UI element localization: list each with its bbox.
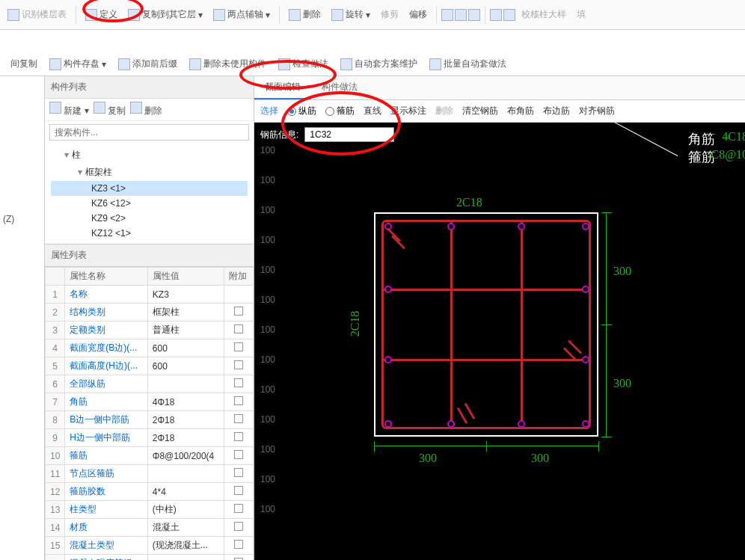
tool-icon-2[interactable] <box>468 9 480 21</box>
define-icon <box>85 9 97 21</box>
property-table: 属性名称 属性值 附加 1名称KZ32结构类别框架柱3定额类别普通柱4截面宽度(… <box>45 267 254 560</box>
tb-prefix[interactable]: 添加前后缀 <box>114 56 182 72</box>
section-canvas[interactable]: 钢筋信息: 100100100 100100100 100100100 1001… <box>254 123 745 560</box>
delete-button[interactable]: 删除 <box>130 102 162 117</box>
save-icon <box>49 58 61 70</box>
ribbon-define[interactable]: 定义 <box>81 7 122 22</box>
prop-row[interactable]: 13柱类型(中柱) <box>46 501 254 519</box>
search-input[interactable] <box>49 124 249 141</box>
tb-del-unused[interactable]: 删除未使用构件 <box>185 56 271 72</box>
prop-row[interactable]: 5截面高度(H边)(...600 <box>46 357 254 375</box>
auto-icon <box>340 58 352 70</box>
ribbon-copy-layer[interactable]: 复制到其它层▾ <box>123 7 207 22</box>
tool-corner-rebar[interactable]: 布角筋 <box>507 105 534 117</box>
radio-stirrup[interactable]: 箍筋 <box>325 105 355 117</box>
tool-delete[interactable]: 删除 <box>435 105 453 117</box>
tool-clear-rebar[interactable]: 清空钢筋 <box>462 105 498 117</box>
tab-section-edit[interactable]: 截面编辑 <box>254 76 311 99</box>
copy-icon <box>93 102 105 114</box>
component-pane: 构件列表 新建 ▾ 复制 删除 ▾柱 ▾框架柱 KZ3 <1> KZ6 <12>… <box>45 76 254 560</box>
prop-row[interactable]: 1名称KZ3 <box>46 286 254 304</box>
tab-component-method[interactable]: 构件做法 <box>311 76 368 99</box>
ribbon-rotate[interactable]: 旋转▾ <box>327 7 375 22</box>
component-tree: ▾柱 ▾框架柱 KZ3 <1> KZ6 <12> KZ9 <2> KZ12 <1… <box>45 144 254 244</box>
ribbon-delete[interactable]: 删除 <box>284 7 325 22</box>
prop-row[interactable]: 2结构类别框架柱 <box>46 304 254 321</box>
right-tabs: 截面编辑 构件做法 <box>254 76 745 100</box>
ruler-y: 100100100 100100100 100100100 100100100 … <box>260 145 275 534</box>
tool-icon[interactable] <box>455 9 467 21</box>
check-icon <box>278 58 290 70</box>
mid-toolbar: 间复制 构件存盘▾ 添加前后缀 删除未使用构件 检查做法 自动套方案维护 批量自… <box>0 52 745 76</box>
tool-icon-4[interactable] <box>503 9 515 21</box>
tool-select[interactable]: 选择 <box>260 105 278 117</box>
delete-icon <box>289 9 301 21</box>
tool-align-rebar[interactable]: 对齐钢筋 <box>579 105 615 117</box>
prop-row[interactable]: 4截面宽度(B边)(...600 <box>46 339 254 357</box>
tb-save[interactable]: 构件存盘▾ <box>45 56 111 72</box>
rebar-mid[interactable] <box>518 223 525 230</box>
prop-row[interactable]: 16混凝土强度等级(C30) <box>46 555 254 561</box>
delete-icon <box>130 102 142 114</box>
new-button[interactable]: 新建 ▾ <box>49 102 89 117</box>
dim-left: 2C18 <box>349 311 362 337</box>
stirrup-outer <box>381 220 591 429</box>
prop-row[interactable]: 7角筋4Φ18 <box>46 393 254 411</box>
property-list-header: 属性列表 <box>45 244 254 267</box>
prop-row[interactable]: 10箍筋Φ8@100/200(4 <box>46 447 254 465</box>
rebar-mid[interactable] <box>447 223 455 230</box>
prop-row[interactable]: 12箍筋胶数4*4 <box>46 483 254 501</box>
prop-row[interactable]: 6全部纵筋 <box>46 375 254 393</box>
prop-row[interactable]: 14材质混凝土 <box>46 519 254 537</box>
trash-icon <box>189 58 201 70</box>
section-editor-pane: 截面编辑 构件做法 选择 纵筋 箍筋 直线 显示标注 删除 清空钢筋 布角筋 布… <box>254 76 745 560</box>
tree-kz6[interactable]: KZ6 <12> <box>51 196 248 211</box>
tree-kz9[interactable]: KZ9 <2> <box>51 211 248 226</box>
rename-icon <box>118 58 130 70</box>
ribbon-check-col[interactable]: 校核柱大样 <box>517 7 571 22</box>
rebar-corner[interactable] <box>384 420 392 428</box>
rebar-mid[interactable] <box>582 286 589 293</box>
leader-line <box>585 123 678 156</box>
rebar-mid[interactable] <box>518 420 525 428</box>
nav-z-label[interactable]: (Z) <box>3 214 41 224</box>
ann-4c18: 4C18 <box>722 130 745 144</box>
ann-corner: 角筋 <box>688 130 715 148</box>
ribbon-aux-axis[interactable]: 两点辅轴▾ <box>209 7 275 22</box>
radio-longitudinal[interactable]: 纵筋 <box>287 105 316 117</box>
tool-show-label[interactable]: 显示标注 <box>390 105 426 117</box>
rebar-corner[interactable] <box>582 223 589 230</box>
prop-row[interactable]: 11节点区箍筋 <box>46 465 254 483</box>
ribbon-layer[interactable]: 识别楼层表 <box>3 7 71 22</box>
rebar-mid[interactable] <box>447 420 455 428</box>
rebar-info-input[interactable] <box>304 127 394 142</box>
tree-sub[interactable]: ▾框架柱 <box>51 164 248 181</box>
batch-icon <box>429 58 441 70</box>
component-list-header: 构件列表 <box>45 76 254 99</box>
rebar-corner[interactable] <box>582 420 589 428</box>
tb-batch-auto[interactable]: 批量自动套做法 <box>425 56 511 72</box>
prop-row[interactable]: 9H边一侧中部筋2Φ18 <box>46 429 254 447</box>
ribbon-trim[interactable]: 修剪 <box>376 7 403 22</box>
ann-c8: C8@10 <box>711 148 745 161</box>
tool-edge-rebar[interactable]: 布边筋 <box>543 105 570 117</box>
toggle-icon[interactable] <box>441 9 453 21</box>
tool-line[interactable]: 直线 <box>364 105 381 117</box>
tree-kz12[interactable]: KZ12 <1> <box>51 226 248 241</box>
prop-row[interactable]: 3定额类别普通柱 <box>46 321 254 339</box>
tree-root[interactable]: ▾柱 <box>51 147 248 164</box>
tb-copy[interactable]: 间复制 <box>6 56 42 72</box>
tree-kz3[interactable]: KZ3 <1> <box>51 181 248 196</box>
copy-button[interactable]: 复制 <box>93 102 126 117</box>
ribbon-fill[interactable]: 填 <box>572 7 590 22</box>
rebar-mid[interactable] <box>384 356 392 363</box>
prop-row[interactable]: 8B边一侧中部筋2Φ18 <box>46 411 254 429</box>
ribbon-offset[interactable]: 偏移 <box>405 7 432 22</box>
rebar-mid[interactable] <box>582 356 589 363</box>
prop-row[interactable]: 15混凝土类型(现浇混凝土... <box>46 537 254 555</box>
axis-icon <box>213 9 225 21</box>
rebar-mid[interactable] <box>384 286 392 293</box>
tb-check[interactable]: 检查做法 <box>274 56 333 72</box>
tool-icon-3[interactable] <box>490 9 502 21</box>
tb-auto-scheme[interactable]: 自动套方案维护 <box>336 56 422 72</box>
